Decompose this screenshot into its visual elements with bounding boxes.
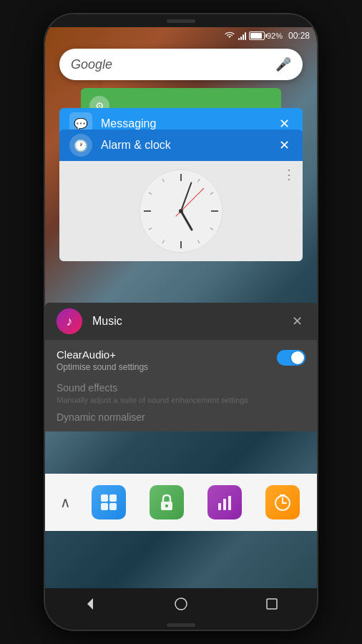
card-alarm[interactable]: 🕐 Alarm & clock ✕ ⋮ (59, 130, 303, 261)
svg-rect-18 (109, 494, 117, 502)
clock-face (138, 168, 224, 254)
dynamic-normaliser-title: Dynamic normaliser (57, 411, 305, 423)
recents-button[interactable] (258, 590, 286, 618)
google-search-bar[interactable]: Google 🎤 (59, 49, 303, 80)
home-button[interactable] (167, 590, 195, 618)
battery-fill (250, 33, 262, 39)
bottom-dock: ∧ (45, 474, 317, 531)
clearaudio-toggle[interactable] (277, 350, 305, 366)
signal-bars-icon (238, 31, 246, 40)
dock-expand-button[interactable]: ∧ (51, 488, 79, 517)
battery-indicator: 92% (249, 31, 283, 40)
svg-rect-17 (101, 494, 108, 502)
clearaudio-sub: Optimise sound settings (57, 362, 148, 372)
music-header: ♪ Music ✕ (45, 303, 317, 340)
svg-rect-20 (109, 503, 117, 510)
svg-point-31 (175, 598, 187, 610)
phone-screen: 92% 00:28 Google 🎤 ⚙ 💬 Messaging ✕ (45, 27, 317, 588)
sound-effects-title: Sound effects (57, 382, 305, 394)
sound-effects-row: Sound effects Manually adjust a suite of… (57, 382, 305, 406)
alarm-close-button[interactable]: ✕ (276, 135, 293, 156)
alarm-overflow-menu[interactable]: ⋮ (283, 167, 295, 182)
svg-point-22 (165, 504, 168, 507)
messaging-label: Messaging (101, 117, 276, 130)
speaker-bottom (167, 623, 195, 627)
svg-marker-30 (87, 598, 93, 610)
wifi-icon (224, 31, 235, 42)
dock-app-lock[interactable] (150, 485, 184, 519)
dock-app-grid[interactable] (92, 485, 126, 519)
alarm-header: 🕐 Alarm & clock ✕ (59, 130, 303, 161)
battery-box (249, 31, 265, 40)
back-button[interactable] (76, 590, 104, 618)
dock-app-timer[interactable] (265, 485, 300, 519)
phone-frame: 92% 00:28 Google 🎤 ⚙ 💬 Messaging ✕ (45, 14, 317, 630)
clearaudio-title: ClearAudio+ (57, 348, 148, 361)
google-search-label: Google (71, 57, 275, 72)
music-body: ClearAudio+ Optimise sound settings Soun… (45, 340, 317, 431)
status-icons: 92% 00:28 (224, 31, 310, 42)
music-icon: ♪ (57, 308, 82, 334)
recent-apps-container: ⚙ 💬 Messaging ✕ 🕐 Alarm & clock ✕ ⋮ (45, 88, 317, 531)
svg-rect-24 (223, 499, 226, 510)
time-display: 00:28 (288, 31, 310, 41)
clearaudio-info: ClearAudio+ Optimise sound settings (57, 348, 148, 372)
clearaudio-row: ClearAudio+ Optimise sound settings (57, 348, 305, 372)
svg-rect-23 (218, 503, 221, 510)
nav-bar (45, 588, 317, 620)
svg-point-16 (179, 209, 183, 213)
alarm-label: Alarm & clock (101, 139, 276, 152)
alarm-icon: 🕐 (69, 134, 92, 157)
music-close-button[interactable]: ✕ (289, 311, 305, 332)
mic-icon[interactable]: 🎤 (275, 57, 291, 72)
svg-rect-32 (267, 599, 277, 609)
svg-rect-25 (228, 496, 231, 510)
svg-rect-19 (101, 503, 108, 510)
phone-bottom-bar (45, 620, 317, 630)
battery-percent: 92% (267, 31, 283, 40)
status-bar: 92% 00:28 (45, 27, 317, 44)
card-music[interactable]: ♪ Music ✕ ClearAudio+ Optimise sound set… (45, 303, 317, 431)
sound-effects-sub: Manually adjust a suite of sound enhance… (57, 395, 305, 406)
dock-app-stats[interactable] (207, 485, 242, 519)
speaker-top (167, 19, 195, 23)
music-label: Music (92, 315, 289, 328)
phone-top-bar (45, 14, 317, 27)
dock-apps (79, 485, 311, 519)
alarm-content: ⋮ (59, 161, 303, 261)
